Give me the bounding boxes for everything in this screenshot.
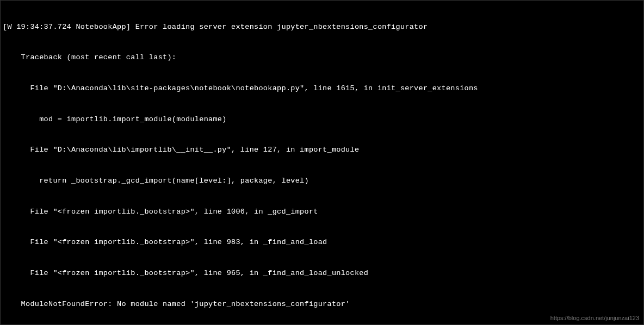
log-line: File "<frozen importlib._bootstrap>", li…	[3, 207, 641, 217]
terminal-output: [W 19:34:37.724 NotebookApp] Error loadi…	[3, 2, 641, 325]
log-line: File "<frozen importlib._bootstrap>", li…	[3, 268, 641, 279]
log-line: mod = importlib.import_module(modulename…	[3, 115, 641, 125]
log-line: File "D:\Anaconda\lib\site-packages\note…	[3, 84, 641, 94]
log-line: return _bootstrap._gcd_import(name[level…	[3, 176, 641, 186]
watermark-text: https://blog.csdn.net/junjunzai123	[550, 314, 639, 322]
log-line: File "<frozen importlib._bootstrap>", li…	[3, 238, 641, 248]
log-line: Traceback (most recent call last):	[3, 53, 641, 63]
log-line: File "D:\Anaconda\lib\importlib\__init__…	[3, 145, 641, 155]
log-line: ModuleNotFoundError: No module named 'ju…	[3, 299, 641, 310]
log-line: [W 19:34:37.724 NotebookApp] Error loadi…	[3, 22, 641, 33]
